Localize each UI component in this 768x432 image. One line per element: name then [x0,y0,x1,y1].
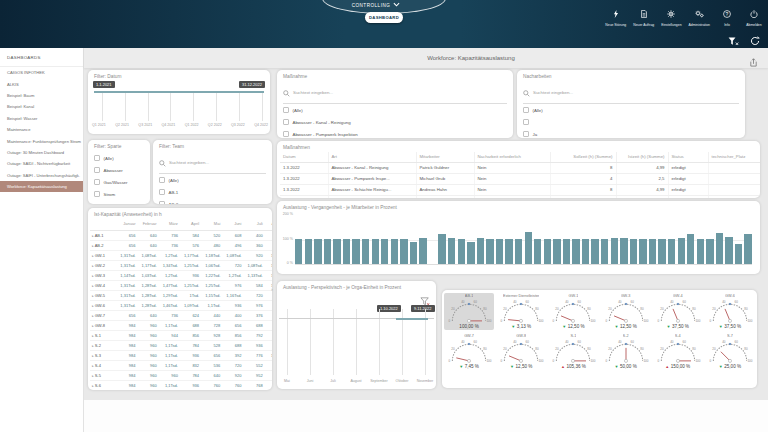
gauge-gw-7[interactable]: GW-7020406080100▼7,45 % [444,333,494,370]
column-header[interactable]: Mitarbeiter [416,152,474,162]
sidebar-item-beispiel-baum[interactable]: Beispiel: Baum [0,90,83,101]
expand-caret-icon[interactable]: ▸ [92,324,94,328]
team-option-3[interactable]: AB-2 [159,198,266,204]
month-header[interactable]: Juli [243,218,264,230]
sidebar-item-maintenance-funktionsprüfungen-strom[interactable]: Maintenance: Funktionsprüfungen Strom [0,135,83,146]
column-header[interactable]: Datum [280,152,328,162]
month-header[interactable]: Januar [116,218,137,230]
export-icon[interactable] [749,53,758,71]
table-row[interactable]: ▸S-49849601,1Tsd.832536720552 [90,360,272,370]
table-row[interactable]: ▸GW-51,31Tsd.1,28Tsd.1,29Tsd.1Tsd.1,15Ts… [90,290,272,300]
table-row[interactable]: ▸S-39849601,1Tsd.9366563927761,0Tsd. [90,350,272,360]
massnahme-option-2[interactable]: Abwasser - Kanal - Reinigung [283,116,507,128]
sidebar-item-outage-saidi-nichtverfügbarkeit[interactable]: Outage: SAIDI - Nichtverfügbarkeit [0,158,83,169]
checkbox-icon[interactable] [159,177,165,183]
massnahme-search-input[interactable]: Suchtext eingeben... [283,83,507,104]
table-row[interactable]: 1.3.2022Abwasser - Schächte Reinigu...Ka… [280,195,760,198]
controlling-menu[interactable]: CONTROLLING [324,2,428,8]
expand-caret-icon[interactable]: ▸ [92,344,94,348]
table-row[interactable]: ▸GW-89849601,1Tsd.688728656688 [90,320,272,330]
info-button[interactable]: ?Info [717,4,737,27]
checkbox-icon[interactable] [283,131,289,137]
expand-caret-icon[interactable]: ▸ [92,384,94,388]
column-header[interactable]: Istzeit (h) (Summe) [616,152,668,162]
column-header[interactable]: Art [328,152,416,162]
sidebar-item-caigos-infothek[interactable]: CAIGOS INFOTHEK [0,67,83,78]
table-row[interactable]: 1.3.2022Abwasser - Schächte Reinigu...An… [280,184,760,195]
einstellungen-button[interactable]: Einstellungen [661,4,681,27]
expand-caret-icon[interactable]: ▸ [92,364,94,368]
column-header[interactable]: Nacharbeit erforderlich [474,152,550,162]
neue-st-rung-button[interactable]: Neue Störung [605,4,626,27]
expand-caret-icon[interactable]: ▸ [92,244,94,248]
table-row[interactable]: 1.3.2022Abwasser - Pumpwerk Inspe...Mich… [280,173,760,184]
gauge-s-7[interactable]: S-7020406080100▼25,00 % [705,333,755,370]
expand-caret-icon[interactable]: ▸ [92,234,94,238]
expand-caret-icon[interactable]: ▸ [92,374,94,378]
table-row[interactable]: ▸AB-2656640736576480496360 [90,240,272,250]
expand-caret-icon[interactable]: ▸ [92,354,94,358]
neuer-auftrag-button[interactable]: Neuer Auftrag [633,4,654,27]
month-header[interactable]: August [265,218,272,230]
checkbox-icon[interactable] [523,119,529,125]
table-row[interactable]: ▸AB-1656640736584520608400 [90,230,272,240]
sidebar-item-workforce-kapazitätsauslastung[interactable]: Workforce: Kapazitätsauslastung [0,181,83,192]
gauge-gw-8[interactable]: GW-8020406080100▼12,50 % [496,333,546,370]
nacharbeiten-option-2[interactable] [523,116,739,128]
sidebar-item-alkis[interactable]: ALKIS [0,78,83,89]
table-row[interactable]: 1.3.2022Abwasser - Kanal - ReinigungPatr… [280,162,760,173]
nacharbeiten-option-3[interactable]: Ja [523,128,739,138]
gauge-gw-4[interactable]: GW-4020406080100▼37,50 % [653,293,703,330]
column-header[interactable]: Status [668,152,708,162]
table-row[interactable]: ▸S-5984960960784640920952 [90,370,272,380]
expand-caret-icon[interactable]: ▸ [92,334,94,338]
table-row[interactable]: ▸GW-21,31Tsd.1,17Tsd.1,34Tsd.1,25Tsd.1,0… [90,260,272,270]
dashboard-button[interactable]: DASHBOARD [365,12,403,23]
sidebar-item-outage-saifi-unterbrechungshäufigk-[interactable]: Outage: SAIFI - Unterbrechungshäufigk. [0,170,83,181]
table-row[interactable]: ▸S-29849601,1Tsd.784528688936 [90,340,272,350]
checkbox-icon[interactable] [523,131,529,137]
expand-caret-icon[interactable]: ▸ [92,304,94,308]
gauge-gw-3[interactable]: GW-3020406080100▼12,50 % [601,293,651,330]
checkbox-icon[interactable] [159,189,165,195]
checkbox-icon[interactable] [94,191,100,197]
panel-scroll-arrow-icon[interactable]: › [271,286,273,292]
month-header[interactable]: März [159,218,180,230]
expand-caret-icon[interactable]: ▸ [92,254,94,258]
table-row[interactable]: ▸GW-41,31Tsd.1,28Tsd.1,47Tsd.1,25Tsd.1,2… [90,280,272,290]
expand-caret-icon[interactable]: ▸ [92,274,94,278]
expand-caret-icon[interactable]: ▸ [92,284,94,288]
gauge-gw-6[interactable]: GW-6020406080100▼37,50 % [705,293,755,330]
month-header[interactable]: Februar [137,218,158,230]
date-range-start-handle[interactable]: 1.1.2021 [93,81,115,88]
sidebar-item-maintenance[interactable]: Maintenance [0,124,83,135]
gauge-gw-1[interactable]: GW-1020406080100▼12,50 % [548,293,598,330]
month-header[interactable]: Mai [201,218,222,230]
checkbox-icon[interactable] [159,201,165,204]
table-row[interactable]: ▸GW-61,31Tsd.1,28Tsd.1,46Tsd.1,09Tsd.1,1… [90,300,272,310]
table-row[interactable]: ▸S-69849601,1Tsd.936760760768 [90,380,272,390]
sidebar-item-beispiel-wasser[interactable]: Beispiel: Wasser [0,113,83,124]
perspektiv-slider-range[interactable] [396,318,428,320]
table-row[interactable]: ▸GW-31,14Tsd.1,03Tsd.1,2Tsd.9361,22Tsd.1… [90,270,272,280]
administration-button[interactable]: Administration [689,4,710,27]
checkbox-icon[interactable] [283,107,289,113]
sparte-option-3[interactable]: Gas/Wasser [94,176,144,188]
table-row[interactable]: ▸GW-11,31Tsd.1,08Tsd.1,2Tsd.1,17Tsd.1,18… [90,250,272,260]
massnahme-option-3[interactable]: Abwasser - Pumpwerk Inspektion [283,128,507,138]
expand-caret-icon[interactable]: ▸ [92,294,94,298]
expand-caret-icon[interactable]: ▸ [92,264,94,268]
month-header[interactable]: April [180,218,201,230]
sparte-option-1[interactable]: (Alle) [94,152,144,164]
table-row[interactable]: ▸GW-7656640736624440400376 [90,310,272,320]
sidebar-item-outage-30-minuten-dashboard[interactable]: Outage: 30 Minuten Dashboard [0,147,83,158]
checkbox-icon[interactable] [94,167,100,173]
column-header[interactable]: technischer_Platz [708,152,760,162]
sparte-option-4[interactable]: Strom [94,188,144,200]
massnahme-option-1[interactable]: (Alle) [283,104,507,116]
table-row[interactable]: ▸S-1984960944856928856792 [90,330,272,340]
expand-caret-icon[interactable]: ▸ [92,314,94,318]
sidebar-item-beispiel-kanal[interactable]: Beispiel: Kanal [0,101,83,112]
sparte-option-2[interactable]: Abwasser [94,164,144,176]
nacharbeiten-search-input[interactable]: Suchtext eingeben... [523,83,739,104]
